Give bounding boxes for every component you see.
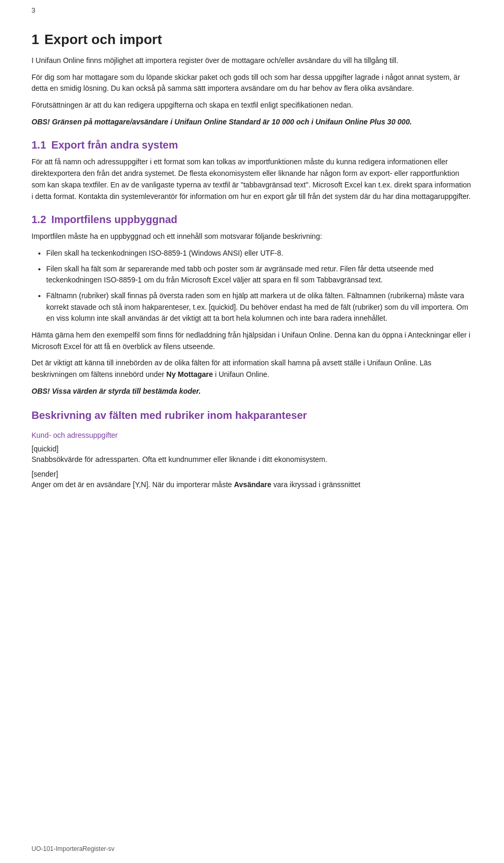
bullet-2: Filen skall ha fält som är separerande m… <box>46 264 472 286</box>
subsection1-1-number: 1.1 <box>32 139 46 151</box>
important-bold: Ny Mottagare <box>166 370 213 378</box>
field-sender-name: [sender] <box>32 470 472 478</box>
page-container: 3 1 Export och import I Unifaun Online f… <box>0 0 504 863</box>
field-quickid-name: [quickid] <box>32 445 472 453</box>
page-number: 3 <box>32 6 35 14</box>
section1-heading: 1 Export och import <box>32 31 472 48</box>
fields-heading: Beskrivning av fälten med rubriker inom … <box>32 409 472 422</box>
subsection1-2-title: Importfilens uppbyggnad <box>51 214 177 226</box>
obs-content: Gränsen på mottagare/avsändare i Unifaun… <box>52 118 412 126</box>
field-quickid-desc: Snabbsökvärde för adressparten. Ofta ett… <box>32 454 472 466</box>
kund-label: Kund- och adressuppgifter <box>32 430 472 441</box>
field-quickid: [quickid] Snabbsökvärde för adressparten… <box>32 445 472 466</box>
section1-intro-p2: För dig som har mottagare som du löpande… <box>32 72 472 94</box>
section1-obs-p1: OBS! Gränsen på mottagare/avsändare i Un… <box>32 117 472 128</box>
subsection1-2-example: Hämta gärna hem den exempelfil som finns… <box>32 330 472 352</box>
subsection1-2-number: 1.2 <box>32 214 46 226</box>
section1-number: 1 <box>32 31 39 48</box>
sender-bold: Avsändare <box>234 480 271 489</box>
field-sender: [sender] Anger om det är en avsändare [Y… <box>32 470 472 491</box>
sender-desc-prefix: Anger om det är en avsändare [Y,N]. När … <box>32 480 234 489</box>
bullet-3: Fältnamn (rubriker) skall finnas på över… <box>46 290 472 324</box>
subsection1-2-bullets: Filen skall ha teckenkodningen ISO-8859-… <box>46 248 472 324</box>
subsection1-2-heading: 1.2 Importfilens uppbyggnad <box>32 214 472 226</box>
obs-italic-text: OBS! Vissa värden är styrda till bestämd… <box>32 387 201 395</box>
obs-label: OBS! <box>32 118 52 126</box>
subsection1-1-heading: 1.1 Export från andra system <box>32 139 472 151</box>
obs-italic-line: OBS! Vissa värden är styrda till bestämd… <box>32 386 472 397</box>
section1-intro-p3: Förutsättningen är att du kan redigera u… <box>32 100 472 111</box>
bullet-1: Filen skall ha teckenkodningen ISO-8859-… <box>46 248 472 259</box>
important-suffix: i Unifaun Online. <box>213 370 269 378</box>
subsection1-2-intro: Importfilen måste ha en uppbyggnad och e… <box>32 231 472 243</box>
field-sender-desc: Anger om det är en avsändare [Y,N]. När … <box>32 479 472 491</box>
subsection1-1-p1: För att få namn och adressuppgifter i et… <box>32 156 472 202</box>
subsection1-2-important: Det är viktigt att känna till innebörden… <box>32 357 472 380</box>
section1-title: Export och import <box>44 31 162 48</box>
section1-intro-p1: I Unifaun Online finns möjlighet att imp… <box>32 55 472 67</box>
sender-suffix: vara ikryssad i gränssnittet <box>271 480 361 489</box>
subsection1-1-title: Export från andra system <box>51 139 178 151</box>
footer-text: UO-101-ImporteraRegister-sv <box>32 845 114 853</box>
